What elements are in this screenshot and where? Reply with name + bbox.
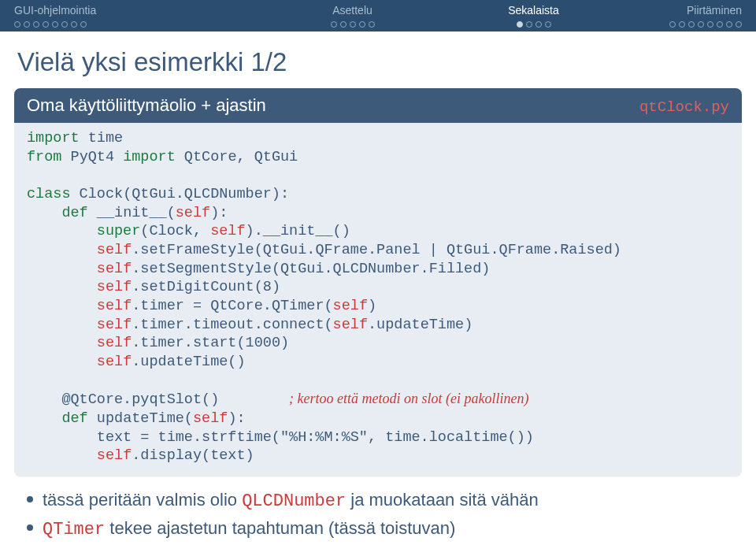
bullet-2: QTimer tekee ajastetun tapahtuman (tässä… <box>27 516 729 543</box>
progress-dot[interactable] <box>707 21 713 28</box>
progress-dot[interactable] <box>359 21 365 28</box>
progress-dot[interactable] <box>33 21 39 28</box>
code-block-header: Oma käyttöliittymäolio + ajastin qtClock… <box>14 88 742 123</box>
code-filename: qtClock.py <box>639 98 729 116</box>
progress-dot[interactable] <box>669 21 676 28</box>
progress-dot[interactable] <box>536 21 542 28</box>
progress-dot[interactable] <box>517 21 523 28</box>
progress-dot[interactable] <box>350 21 356 28</box>
progress-dot[interactable] <box>736 21 742 28</box>
progress-dot[interactable] <box>679 21 685 28</box>
nav-tab-piirtaminen[interactable]: Piirtäminen <box>622 0 756 19</box>
slide-title: Vielä yksi esimerkki 1/2 <box>0 32 756 88</box>
progress-dot[interactable] <box>688 21 695 28</box>
progress-dot[interactable] <box>24 21 30 28</box>
progress-dot[interactable] <box>43 21 49 28</box>
progress-dot[interactable] <box>726 21 732 28</box>
progress-dot[interactable] <box>71 21 77 28</box>
code-block: Oma käyttöliittymäolio + ajastin qtClock… <box>14 88 742 476</box>
bullet-list: tässä peritään valmis olio QLCDNumber ja… <box>0 476 756 543</box>
nav-tab-asettelu[interactable]: Asettelu <box>260 0 445 19</box>
code-block-title: Oma käyttöliittymäolio + ajastin <box>27 95 266 116</box>
dots-sekalaista <box>445 19 622 29</box>
progress-dot[interactable] <box>717 21 723 28</box>
nav-tab-gui[interactable]: GUI-ohjelmointia <box>0 0 260 19</box>
progress-dots-row <box>0 19 756 32</box>
progress-dot[interactable] <box>526 21 532 28</box>
progress-dot[interactable] <box>331 21 337 28</box>
dots-asettelu <box>260 19 445 29</box>
bullet-1: tässä peritään valmis olio QLCDNumber ja… <box>27 487 729 514</box>
progress-dot[interactable] <box>340 21 346 28</box>
progress-dot[interactable] <box>698 21 704 28</box>
progress-dot[interactable] <box>545 21 551 28</box>
nav-tab-sekalaista[interactable]: Sekalaista <box>445 0 622 19</box>
progress-dot[interactable] <box>61 21 68 28</box>
progress-dot[interactable] <box>14 21 20 28</box>
dots-gui <box>0 19 260 29</box>
progress-dot[interactable] <box>52 21 58 28</box>
nav-bar: GUI-ohjelmointia Asettelu Sekalaista Pii… <box>0 0 756 19</box>
code-body: import time from PyQt4 import QtCore, Qt… <box>14 123 742 476</box>
dots-piirtaminen <box>622 19 756 29</box>
progress-dot[interactable] <box>369 21 375 28</box>
progress-dot[interactable] <box>80 21 87 28</box>
